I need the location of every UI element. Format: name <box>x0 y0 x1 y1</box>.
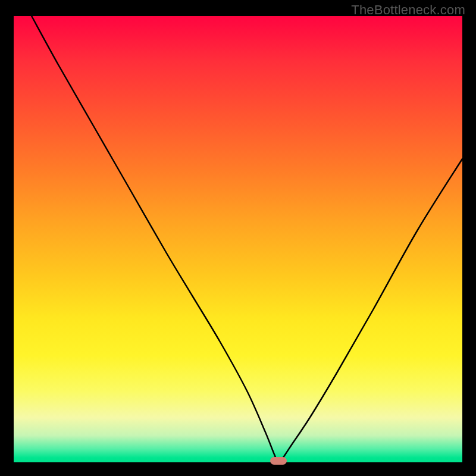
chart-container: TheBottleneck.com <box>0 0 476 476</box>
minimum-marker <box>270 457 287 465</box>
bottleneck-curve <box>14 16 462 462</box>
watermark-text: TheBottleneck.com <box>351 2 465 18</box>
plot-area <box>14 16 462 462</box>
